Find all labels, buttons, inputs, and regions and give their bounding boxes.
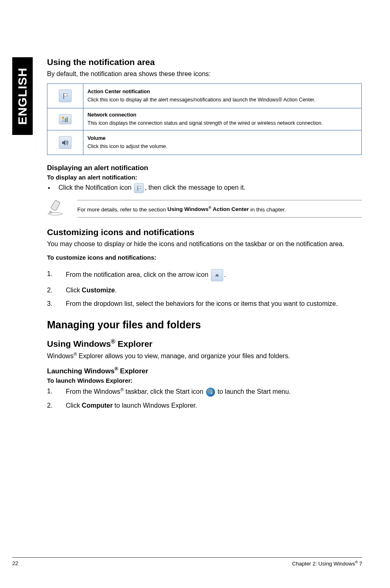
- step-3: 3. From the dropdown list, select the be…: [47, 299, 362, 308]
- page-footer: 22 Chapter 2: Using Windows® 7: [12, 557, 362, 567]
- table-row: Network connection This icon displays th…: [47, 108, 362, 130]
- launch-step-2: 2. Click Computer to launch Windows Expl…: [47, 401, 362, 410]
- flag-icon: [134, 183, 144, 193]
- managing-heading: Managing your files and folders: [47, 319, 362, 331]
- chapter-pre: Chapter 2: Using Windows: [292, 561, 355, 567]
- svg-rect-10: [211, 390, 212, 392]
- step-num: 2.: [47, 401, 66, 410]
- sup: ®: [111, 338, 115, 345]
- alert-heading: Displaying an alert notification: [47, 164, 362, 172]
- customize-sub: To customize icons and notifications:: [47, 254, 362, 261]
- row-title: Network connection: [87, 112, 357, 118]
- bullet-pre: Click the Notification icon: [58, 184, 133, 191]
- step-2: 2. Click Customize.: [47, 285, 362, 295]
- note-bold-pre: Using Windows: [168, 206, 208, 212]
- ls1-pre: From the Windows: [66, 388, 120, 395]
- svg-rect-2: [63, 119, 65, 122]
- arrow-up-icon: [211, 269, 223, 281]
- section-heading-notification-area: Using the notification area: [47, 57, 362, 67]
- step-text: From the Windows® taskbar, click the Sta…: [66, 386, 362, 397]
- svg-rect-11: [208, 392, 210, 394]
- launch-heading-post: Explorer: [118, 367, 148, 375]
- row-desc: Click this icon to display all the alert…: [87, 97, 357, 103]
- volume-desc-cell: Volume Click this icon to adjust the vol…: [83, 130, 362, 155]
- s2-post: .: [115, 287, 117, 294]
- note-box: For more details, refer to the section U…: [47, 200, 362, 218]
- note-text: For more details, refer to the section U…: [77, 200, 362, 218]
- customize-intro: You may choose to display or hide the ic…: [47, 240, 362, 249]
- note-bold-post: Action Center: [211, 206, 249, 212]
- launch-heading: Launching Windows® Explorer: [47, 366, 362, 375]
- row-desc: This icon displays the connection status…: [87, 120, 357, 127]
- section-intro: By default, the notification area shows …: [47, 70, 362, 79]
- language-tab: ENGLISH: [12, 57, 33, 135]
- row-desc: Click this icon to adjust the volume.: [87, 143, 357, 150]
- alert-sub: To display an alert notification:: [47, 174, 362, 181]
- s2-pre: Click: [66, 287, 82, 294]
- note-sup: ®: [208, 205, 211, 210]
- sup: ®: [120, 387, 123, 392]
- language-tab-label: ENGLISH: [16, 67, 29, 125]
- step-num: 2.: [47, 285, 66, 295]
- explorer-heading-pre: Using Windows: [47, 339, 111, 348]
- network-desc-cell: Network connection This icon displays th…: [83, 108, 362, 130]
- note-post: in this chapter.: [249, 206, 286, 212]
- ls2-post: to launch Windows Explorer.: [113, 402, 197, 409]
- svg-point-5: [62, 117, 64, 119]
- bullet-item: • Click the Notification icon , then cli…: [47, 183, 362, 193]
- launch-sub: To launch Windows Explorer:: [47, 377, 362, 384]
- step-num: 1.: [47, 269, 66, 278]
- step-1: 1. From the notification area, click on …: [47, 269, 362, 281]
- chapter-post: 7: [358, 561, 362, 567]
- explorer-intro: Windows® Explorer allows you to view, ma…: [47, 351, 362, 361]
- customize-heading: Customizing icons and notifications: [47, 227, 362, 237]
- sup: ®: [74, 352, 77, 357]
- notification-icons-table: Action Center notification Click this ic…: [47, 83, 362, 155]
- bullet-text: Click the Notification icon , then click…: [58, 183, 246, 193]
- table-row: Action Center notification Click this ic…: [47, 84, 362, 108]
- s1-post: .: [224, 271, 226, 278]
- chapter-label: Chapter 2: Using Windows® 7: [292, 560, 362, 567]
- step-num: 3.: [47, 299, 66, 308]
- step-text: Click Customize.: [66, 285, 362, 295]
- svg-rect-8: [51, 200, 61, 211]
- table-row: Volume Click this icon to adjust the vol…: [47, 130, 362, 155]
- network-icon-cell: [47, 108, 83, 130]
- action-center-desc-cell: Action Center notification Click this ic…: [83, 84, 362, 108]
- step-text: From the notification area, click on the…: [66, 269, 362, 281]
- svg-rect-12: [211, 392, 212, 394]
- svg-rect-9: [208, 390, 210, 392]
- svg-rect-3: [65, 118, 66, 122]
- page-number: 22: [12, 560, 18, 567]
- step-text: From the dropdown list, select the behav…: [66, 299, 362, 308]
- step-text: Click Computer to launch Windows Explore…: [66, 401, 362, 410]
- launch-heading-pre: Launching Windows: [47, 367, 114, 375]
- ls1-mid: taskbar, click the Start icon: [124, 388, 205, 395]
- ls2-pre: Click: [66, 402, 82, 409]
- note-pre: For more details, refer to the section: [77, 206, 168, 212]
- svg-rect-1: [62, 121, 63, 122]
- row-title: Volume: [87, 135, 357, 141]
- bullet-post: , then click the message to open it.: [145, 184, 245, 191]
- s1-pre: From the notification area, click on the…: [66, 271, 210, 278]
- ls2-bold: Computer: [82, 402, 113, 409]
- row-title: Action Center notification: [87, 89, 357, 94]
- sup: ®: [114, 366, 118, 372]
- volume-icon-cell: [47, 130, 83, 155]
- action-center-icon-cell: [47, 84, 83, 108]
- ls1-post: to launch the Start menu.: [217, 388, 291, 395]
- page-content: Using the notification area By default, …: [47, 57, 362, 414]
- start-orb-icon: [206, 388, 215, 397]
- flag-icon: [59, 90, 72, 102]
- s2-bold: Customize: [82, 287, 115, 294]
- explorer-intro-pre: Windows: [47, 352, 74, 359]
- explorer-heading-post: Explorer: [115, 339, 152, 348]
- explorer-intro-post: Explorer allows you to view, manage, and…: [77, 352, 290, 359]
- launch-step-1: 1. From the Windows® taskbar, click the …: [47, 386, 362, 397]
- volume-icon: [59, 136, 72, 149]
- bullet-dot: •: [47, 184, 58, 192]
- network-icon: [59, 114, 72, 124]
- explorer-heading: Using Windows® Explorer: [47, 338, 362, 349]
- pencil-icon: [47, 200, 66, 218]
- step-num: 1.: [47, 386, 66, 396]
